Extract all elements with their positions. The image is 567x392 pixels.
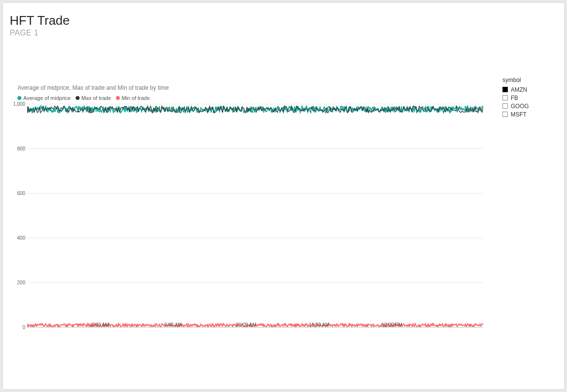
legend-label: Min of trade [122,95,150,101]
x-tick-label: 12:00 PM [382,322,403,327]
x-tick-label: 8:00 AM [91,322,109,327]
y-tick-label: 1,000 [13,101,25,107]
page-subtitle: PAGE 1 [10,29,70,37]
legend-label: Average of midprice [23,95,71,101]
x-tick-label: 11:00 AM [308,322,329,327]
page-title: HFT Trade [10,14,70,28]
chart-svg [27,104,483,327]
symbol-slicer[interactable]: symbol AMZNFBGOOGMSFT [502,77,556,118]
y-tick-label: 0 [22,325,25,330]
report-canvas: HFT Trade PAGE 1 Average of midprice, Ma… [3,3,564,389]
legend-dot-icon [17,96,21,100]
chart-legend: Average of midprice Max of trade Min of … [17,95,483,101]
slicer-item-label: GOOG [511,103,529,110]
slicer-item-label: AMZN [511,86,527,93]
x-tick-label: 10:00 AM [236,322,256,327]
line-chart-visual[interactable]: Average of midprice, Max of trade and Mi… [17,84,483,327]
slicer-item-fb[interactable]: FB [502,94,556,102]
legend-item-avg-midprice[interactable]: Average of midprice [17,95,71,101]
legend-item-max-trade[interactable]: Max of trade [76,95,111,101]
slicer-title: symbol [502,77,556,83]
y-tick-label: 200 [17,280,25,285]
legend-dot-icon [116,96,120,100]
chart-title: Average of midprice, Max of trade and Mi… [17,84,483,91]
y-tick-label: 800 [17,146,25,151]
slicer-item-amzn[interactable]: AMZN [502,85,556,94]
checkbox-icon[interactable] [502,112,508,117]
slicer-item-msft[interactable]: MSFT [502,110,556,118]
y-axis: 1,000 800 600 400 200 0 [13,104,27,327]
legend-label: Max of trade [81,95,111,101]
slicer-item-label: MSFT [511,111,527,118]
title-block: HFT Trade PAGE 1 [10,14,70,37]
legend-dot-icon [76,96,80,100]
y-tick-label: 600 [17,191,25,196]
x-tick-label: 9:00 AM [164,322,182,327]
checkbox-icon[interactable] [502,95,508,100]
plot-area[interactable]: 1,000 800 600 400 200 0 [27,104,483,327]
y-tick-label: 400 [17,235,25,241]
slicer-item-goog[interactable]: GOOG [502,102,556,110]
slicer-item-label: FB [511,95,518,101]
legend-item-min-trade[interactable]: Min of trade [116,95,150,101]
checkbox-icon[interactable] [502,103,508,109]
checkbox-icon[interactable] [502,87,508,92]
